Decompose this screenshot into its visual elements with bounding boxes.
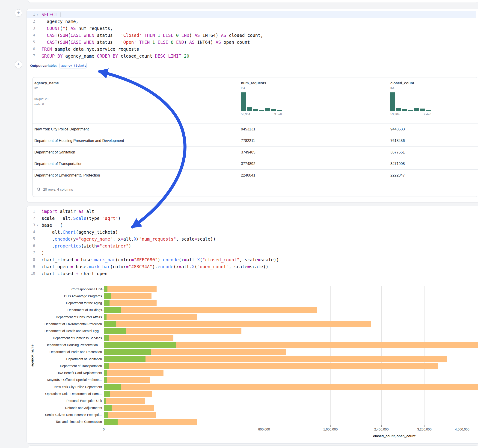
chart-tick-label: 2,400,000: [374, 428, 389, 431]
code-line[interactable]: 3 COUNT(*) AS num_requests,: [27, 25, 476, 32]
chart-y-tick: [102, 408, 104, 408]
chart-y-tick: [102, 289, 104, 289]
fold-icon[interactable]: ∨: [35, 13, 40, 16]
code-line[interactable]: 7): [27, 249, 476, 256]
chart-y-tick: [102, 387, 104, 387]
code-line[interactable]: 2scale = alt.Scale(type="sqrt"): [27, 215, 476, 222]
chart-gridline: [424, 286, 425, 425]
chart-gridline: [381, 286, 382, 425]
next-cell-edge: [28, 445, 478, 448]
search-icon[interactable]: [37, 187, 41, 192]
code-line[interactable]: 8chart_closed = base.mark_bar(color="#FF…: [27, 256, 476, 263]
column-header[interactable]: num_requestsi6453,3049.5e6: [241, 81, 282, 116]
histogram-bar: [408, 110, 413, 111]
code-line[interactable]: 5 .encode(y="agency_name", x=alt.X("num_…: [27, 236, 476, 243]
chart-bar-closed: [104, 370, 164, 376]
add-cell-button-output[interactable]: +: [15, 61, 22, 68]
line-number: 8: [27, 258, 35, 262]
table-cell: Department of Transportation: [34, 158, 82, 169]
chart-y-axis-label: Department of Housing Preservation …: [0, 343, 102, 347]
line-number: 5: [27, 237, 35, 241]
code-line[interactable]: 2 agency_name,: [27, 18, 476, 25]
table-body: New York City Police Department945313194…: [32, 123, 478, 181]
table-row: Department of Transportation377489234719…: [32, 158, 478, 169]
histogram-bar: [253, 109, 258, 111]
chart-bar-open: [104, 405, 112, 411]
text-cursor: [60, 12, 60, 17]
chart-y-axis-label: Mayorâ€ s Office of Special Enforce…: [0, 378, 102, 382]
table-cell: Department of Sanitation: [34, 147, 75, 158]
chart-bar-closed: [104, 314, 197, 320]
code-line[interactable]: 1∨SELECT: [27, 11, 476, 18]
code-line[interactable]: 4 CAST(SUM(CASE WHEN status = 'Closed' T…: [27, 32, 476, 39]
table-cell: New York City Police Department: [34, 124, 89, 135]
chart-tick-label: 4,000,000: [455, 428, 469, 431]
output-variable-chip[interactable]: agency_tickets: [59, 63, 87, 68]
column-header[interactable]: agency_namestrunique: 20nulls: 0: [34, 81, 59, 107]
code-line[interactable]: 10chart_closed + chart_open: [27, 270, 476, 277]
chart-tick-label: 3,200,000: [417, 428, 431, 431]
chart-y-axis-label: Refunds and Adjustments: [0, 406, 102, 410]
chart-bar-open: [104, 342, 176, 348]
chart-y-tick: [102, 296, 104, 296]
chart-bar-closed: [104, 412, 156, 418]
chart-bar-closed: [104, 356, 447, 362]
chart-bar-closed: [104, 391, 152, 397]
chart-bar-closed: [104, 335, 173, 341]
code-text: scale = alt.Scale(type="sqrt"): [40, 216, 121, 221]
chart-x-tick: [104, 425, 104, 427]
python-code-editor[interactable]: 1import altair as alt2scale = alt.Scale(…: [27, 208, 476, 277]
chart-y-tick: [102, 338, 104, 338]
table-row: Department of Sanitation37494853677651: [32, 146, 478, 158]
chart-y-tick: [102, 359, 104, 359]
line-number: 7: [27, 54, 35, 58]
table-cell: 2222847: [390, 170, 405, 181]
table-cell: 2240041: [241, 170, 255, 181]
chart-y-tick: [102, 324, 104, 324]
code-line[interactable]: 6 .properties(width="container"): [27, 243, 476, 249]
code-text: COUNT(*) AS num_requests,: [40, 26, 113, 31]
chart-bar-open: [104, 370, 107, 376]
chart-gridline: [264, 286, 264, 425]
code-text: SELECT: [40, 12, 60, 17]
histogram-bar: [390, 92, 395, 111]
fold-icon[interactable]: ∨: [35, 224, 40, 227]
line-number: 3: [27, 26, 35, 31]
chart-y-tick: [102, 352, 104, 352]
chart-tick-label: 1,600,000: [323, 428, 338, 431]
column-header[interactable]: closed_counti6453,3049.4e6: [390, 81, 431, 116]
chart-y-axis-label: Department of Environmental Protection: [0, 322, 102, 326]
code-line[interactable]: 3∨base = (: [27, 222, 476, 229]
code-line[interactable]: 7GROUP BY agency_name ORDER BY closed_co…: [27, 53, 476, 59]
line-number: 10: [27, 272, 35, 276]
table-cell: 9453131: [241, 124, 255, 135]
table-row: New York City Police Department945313194…: [32, 123, 478, 135]
histogram-bar: [247, 107, 252, 111]
code-line[interactable]: 9chart_open = base.mark_bar(color="#8BC3…: [27, 263, 476, 270]
code-text: CAST(SUM(CASE WHEN status = 'Open' THEN …: [40, 40, 250, 45]
chart-bar-open: [104, 335, 109, 341]
add-cell-button-top[interactable]: +: [15, 9, 22, 17]
chart-y-tick: [102, 415, 104, 415]
chart-tick-label: 800,000: [258, 428, 270, 431]
table-footer: 20 rows, 4 columns: [32, 181, 478, 197]
output-variable-row: Output variable: agency_tickets: [30, 62, 87, 69]
column-type: i64: [390, 86, 431, 90]
code-text: .properties(width="container"): [40, 243, 131, 249]
column-histogram: [241, 92, 282, 111]
line-number: 2: [27, 216, 35, 220]
code-line[interactable]: 6FROM sample_data.nyc.service_requests: [27, 46, 476, 53]
chart-y-tick: [102, 345, 104, 345]
chart-y-tick: [102, 310, 104, 311]
code-line[interactable]: 5 CAST(SUM(CASE WHEN status = 'Open' THE…: [27, 39, 476, 46]
line-number: 6: [27, 47, 35, 51]
chart-bar-closed: [104, 286, 157, 292]
chart-gridline: [330, 286, 331, 425]
code-line[interactable]: 1import altair as alt: [27, 208, 476, 215]
chart-bar-closed: [104, 398, 145, 404]
column-name: agency_name: [34, 81, 59, 85]
code-line[interactable]: 4 alt.Chart(agency_tickets): [27, 229, 476, 236]
chart-y-tick: [102, 331, 104, 331]
sql-code-editor[interactable]: 1∨SELECT 2 agency_name,3 COUNT(*) AS num…: [27, 11, 476, 59]
chart-y-axis-label: Department for the Aging: [0, 301, 102, 305]
